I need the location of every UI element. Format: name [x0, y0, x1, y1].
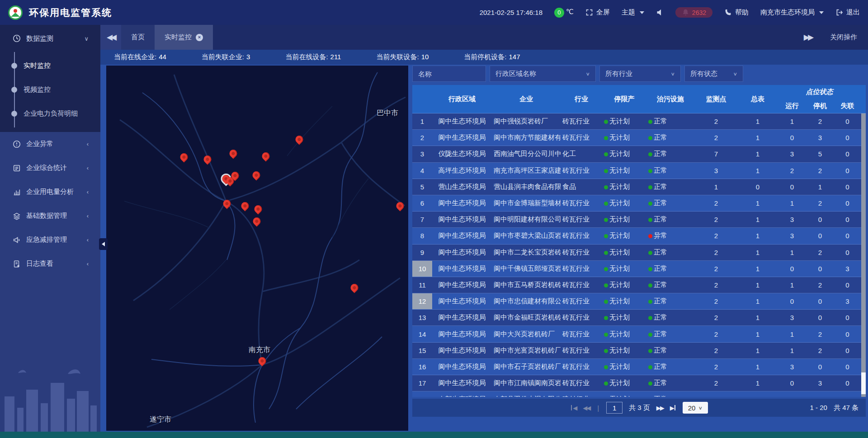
row-stop: 5 — [807, 150, 834, 158]
row-lost: 0 — [834, 118, 861, 125]
row-company: 阆中市南方节能建材有 — [492, 133, 561, 142]
table-row[interactable]: 15阆中生态环境局阆中市光富页岩机砖厂砖瓦行业无计划正常21120 — [412, 343, 866, 359]
sidebar-item-power-load-detail[interactable]: 企业电力负荷明细 — [0, 102, 100, 126]
sidebar: 数据监测∨实时监控视频监控企业电力负荷明细企业异常‹企业综合统计‹企业用电量分析… — [0, 25, 100, 438]
sidebar-item-enterprise-abnormal[interactable]: 企业异常‹ — [0, 132, 100, 156]
row-run: 0 — [778, 297, 807, 305]
row-company: 阆中市光富页岩机砖厂 — [492, 346, 561, 355]
last-page-button[interactable]: ▶ — [670, 405, 676, 411]
row-points: 3 — [694, 167, 738, 174]
row-run: 3 — [778, 232, 807, 240]
sidebar-item-log-view[interactable]: 日志查看‹ — [0, 252, 100, 276]
row-industry: 砖瓦行业 — [561, 231, 602, 240]
org-dropdown[interactable]: 南充市生态环境局 — [760, 8, 824, 17]
notification-badge[interactable]: 2632 — [675, 7, 712, 18]
row-company: 阆中千佛镇五郎垭页岩 — [492, 264, 561, 273]
tabs-scroll-left-button[interactable]: ◀◀ — [100, 25, 121, 50]
next-page-button[interactable]: ▶▶ — [656, 405, 664, 411]
table-row[interactable]: 18南部生态环境局南部县双佛水泥有限公建材行业无计划正常21000 — [412, 391, 866, 397]
row-limit-status: 无计划 — [602, 330, 646, 339]
table-row[interactable]: 3仪陇生态环境局西南油气田分公司川中化工无计划正常71350 — [412, 146, 866, 162]
sidebar-group-data-monitoring: 数据监测∨实时监控视频监控企业电力负荷明细 — [0, 25, 100, 132]
map-city-label: 遂宁市 — [150, 415, 171, 424]
stat-value: 3 — [246, 53, 250, 61]
table-row[interactable]: 17阆中生态环境局阆中市江南镇阆南页岩砖瓦行业无计划正常21030 — [412, 375, 866, 391]
name-filter-input[interactable] — [412, 66, 486, 82]
help-button[interactable]: 帮助 — [724, 8, 749, 17]
industry-filter-select[interactable]: 所有行业∨ — [599, 66, 681, 82]
table-row[interactable]: 2阆中生态环境局阆中市南方节能建材有砖瓦行业无计划正常21030 — [412, 130, 866, 146]
logout-button[interactable]: 退出 — [835, 8, 860, 17]
status-dot-icon — [604, 169, 608, 173]
row-facility-status: 正常 — [646, 346, 694, 355]
pagination-separator: | — [597, 404, 599, 412]
table-row[interactable]: 13阆中生态环境局阆中市金福旺页岩机砖砖瓦行业无计划正常21300 — [412, 310, 866, 326]
table-scrollbar[interactable] — [861, 113, 866, 397]
sidebar-item-video-monitoring[interactable]: 视频监控 — [0, 78, 100, 102]
table-row[interactable]: 16阆中生态环境局阆中市石子页岩机砖厂砖瓦行业无计划正常21300 — [412, 359, 866, 375]
page-size-select[interactable]: 20∨ — [683, 402, 708, 414]
row-stop: 1 — [807, 183, 834, 191]
map-collapse-button[interactable] — [99, 238, 108, 250]
table-row[interactable]: 7阆中生态环境局阆中明阳建材有限公司砖瓦行业无计划正常21300 — [412, 212, 866, 228]
chevron-left-icon: ‹ — [87, 141, 89, 147]
status-dot-icon — [648, 333, 652, 337]
sidebar-item-enterprise-stats[interactable]: 企业综合统计‹ — [0, 156, 100, 180]
sidebar-item-base-data-mgmt[interactable]: 基础数据管理‹ — [0, 204, 100, 228]
total-count-label: 共 47 条 — [834, 404, 859, 412]
table-row[interactable]: 9阆中生态环境局阆中市二龙长宝页岩砖砖瓦行业无计划正常21120 — [412, 245, 866, 261]
row-meters: 1 — [738, 347, 778, 354]
status-dot-icon — [604, 120, 608, 124]
row-limit-status: 无计划 — [602, 166, 646, 175]
close-operations-dropdown[interactable]: 关闭操作 — [830, 33, 857, 42]
map[interactable]: 巴中市南充市遂宁市 — [106, 66, 408, 431]
first-page-button[interactable]: ◀ — [570, 405, 576, 411]
sidebar-item-realtime-monitoring[interactable]: 实时监控 — [0, 54, 100, 78]
table-row[interactable]: 11阆中生态环境局阆中市五马桥页岩机砖砖瓦行业无计划正常21120 — [412, 277, 866, 293]
prev-page-button[interactable]: ◀◀ — [583, 405, 590, 411]
row-meters: 1 — [738, 297, 778, 305]
table-row[interactable]: 1阆中生态环境局阆中强锐页岩砖厂砖瓦行业无计划正常21120 — [412, 113, 866, 130]
content-area: 巴中市南充市遂宁市 行政区域名称∨ 所有行业∨ 所有状态∨ — [100, 65, 868, 438]
status-dot-icon — [648, 267, 652, 271]
tab-home[interactable]: 首页 — [121, 25, 155, 50]
fast-forward-icon[interactable]: ▶▶ — [804, 33, 812, 42]
page-number-input[interactable]: 1 — [606, 402, 623, 414]
table-row[interactable]: 4高坪生态环境局南充市高坪区王家店建砖瓦行业无计划正常31220 — [412, 163, 866, 179]
region-filter-select[interactable]: 行政区域名称∨ — [490, 66, 596, 82]
table-row[interactable]: 5营山生态环境局营山县润丰肉食品有限食品无计划正常10010 — [412, 179, 866, 195]
row-points: 7 — [694, 150, 738, 158]
row-facility-status: 正常 — [646, 264, 694, 273]
row-industry: 食品 — [561, 183, 602, 191]
table-header: 行政区域 企业 行业 停限产 治污设施 监测点 总表 点位状态 运行 — [412, 85, 866, 113]
status-filter-select[interactable]: 所有状态∨ — [684, 66, 743, 82]
table-row[interactable]: 8阆中生态环境局阆中市枣碧大梁山页岩砖瓦行业无计划异常21300 — [412, 228, 866, 244]
row-points: 2 — [694, 216, 738, 223]
row-meters: 1 — [738, 134, 778, 141]
row-index: 1 — [412, 113, 432, 129]
fullscreen-button[interactable]: 全屏 — [585, 8, 610, 17]
row-industry: 砖瓦行业 — [561, 313, 602, 322]
volume-icon[interactable] — [656, 9, 664, 16]
chevron-left-icon: ‹ — [87, 260, 89, 267]
status-dot-icon — [648, 300, 652, 304]
sidebar-item-emergency-reduction[interactable]: 应急减排管理‹ — [0, 228, 100, 252]
row-lost: 0 — [834, 363, 861, 371]
sidebar-item-data-monitoring[interactable]: 数据监测∨ — [0, 25, 100, 52]
tab-realtime-monitoring[interactable]: 实时监控 × — [155, 25, 213, 50]
scrollbar-thumb[interactable] — [861, 372, 866, 394]
table-row[interactable]: 6阆中生态环境局阆中市金博瑞新型墙材砖瓦行业无计划正常21120 — [412, 195, 866, 212]
close-icon[interactable]: × — [196, 34, 203, 41]
sidebar-item-power-usage-analysis[interactable]: 企业用电量分析‹ — [0, 180, 100, 204]
table-row[interactable]: 12阆中生态环境局阆中市忠信建材有限公砖瓦行业无计划正常21003 — [412, 293, 866, 310]
row-index: 18 — [412, 391, 432, 397]
table-row[interactable]: 14阆中生态环境局阆中大兴页岩机砖厂砖瓦行业无计划正常21120 — [412, 326, 866, 342]
row-company: 阆中市江南镇阆南页岩 — [492, 379, 561, 387]
row-stop: 0 — [807, 363, 834, 371]
table-row[interactable]: 10阆中生态环境局阆中千佛镇五郎垭页岩砖瓦行业无计划正常21003 — [412, 261, 866, 277]
row-region: 阆中生态环境局 — [432, 248, 492, 257]
row-industry: 砖瓦行业 — [561, 248, 602, 257]
row-run: 0 — [778, 183, 807, 191]
theme-dropdown[interactable]: 主题 — [622, 8, 644, 17]
datetime: 2021-02-25 17:46:18 — [480, 9, 542, 16]
